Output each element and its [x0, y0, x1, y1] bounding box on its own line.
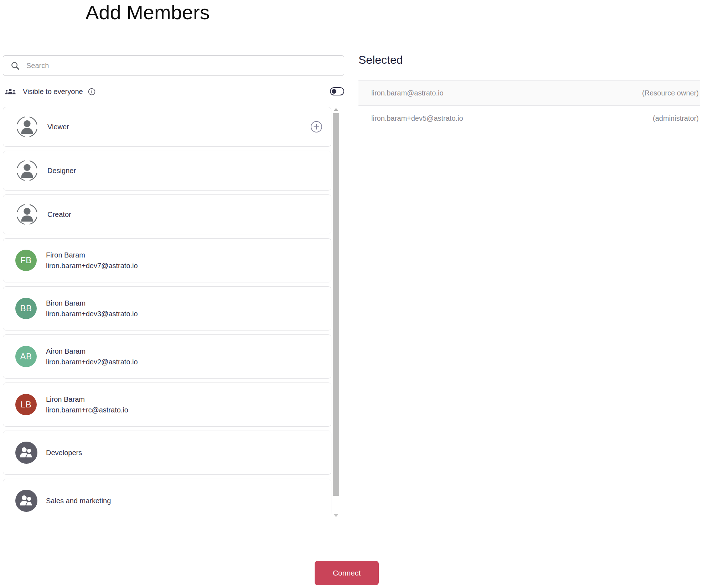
user-email: liron.baram+dev3@astrato.io	[46, 310, 138, 318]
add-members-dialog: Add Members Visible to everyone	[0, 0, 703, 588]
role-person-icon	[15, 159, 39, 182]
list-item-user[interactable]: FB Firon Baram liron.baram+dev7@astrato.…	[3, 238, 331, 282]
visibility-row: Visible to everyone	[5, 85, 344, 98]
avatar: LB	[15, 394, 37, 415]
avatar: AB	[15, 346, 37, 367]
visibility-label: Visible to everyone	[23, 88, 83, 96]
role-person-icon	[15, 115, 39, 139]
user-email: liron.baram+dev2@astrato.io	[46, 358, 138, 366]
user-email: liron.baram+dev7@astrato.io	[46, 262, 138, 270]
group-label: Sales and marketing	[46, 497, 111, 505]
avatar: BB	[15, 298, 37, 319]
role-label: Viewer	[47, 123, 69, 131]
connect-button[interactable]: Connect	[315, 561, 379, 585]
list-item-user[interactable]: AB Airon Baram liron.baram+dev2@astrato.…	[3, 334, 331, 379]
group-avatar-icon	[15, 442, 37, 464]
selected-row[interactable]: liron.baram@astrato.io (Resource owner)	[358, 80, 700, 105]
list-scrollbar[interactable]	[333, 107, 339, 518]
role-label: Creator	[47, 210, 71, 219]
list-item-role-viewer[interactable]: Viewer	[3, 107, 331, 147]
user-email: liron.baram+rc@astrato.io	[46, 406, 128, 414]
list-item-user[interactable]: BB Biron Baram liron.baram+dev3@astrato.…	[3, 286, 331, 331]
add-member-button[interactable]	[310, 121, 322, 133]
selected-list: liron.baram@astrato.io (Resource owner) …	[358, 80, 700, 131]
scroll-up-arrow[interactable]	[334, 108, 338, 111]
visibility-toggle[interactable]	[330, 87, 344, 95]
toggle-knob	[332, 89, 336, 94]
group-label: Developers	[46, 449, 82, 457]
search-box[interactable]	[3, 55, 344, 76]
scrollbar-thumb[interactable]	[333, 113, 339, 496]
role-person-icon	[15, 203, 39, 226]
scroll-down-arrow[interactable]	[334, 514, 338, 517]
list-item-group-sales[interactable]: Sales and marketing	[3, 479, 331, 514]
search-icon	[10, 61, 20, 71]
selected-heading: Selected	[358, 53, 403, 67]
info-icon[interactable]	[88, 88, 95, 95]
user-name: Firon Baram	[46, 251, 138, 259]
list-item-user[interactable]: LB Liron Baram liron.baram+rc@astrato.io	[3, 383, 331, 427]
list-item-role-creator[interactable]: Creator	[3, 194, 331, 234]
page-title: Add Members	[86, 1, 210, 24]
selected-role: (Resource owner)	[642, 89, 699, 97]
member-list: Viewer Designer	[3, 107, 331, 514]
selected-email: liron.baram+dev5@astrato.io	[371, 114, 463, 123]
list-item-role-designer[interactable]: Designer	[3, 151, 331, 191]
user-name: Airon Baram	[46, 347, 138, 355]
search-input[interactable]	[26, 62, 337, 70]
selected-row[interactable]: liron.baram+dev5@astrato.io (administrat…	[358, 105, 700, 131]
user-name: Liron Baram	[46, 395, 128, 404]
user-name: Biron Baram	[46, 299, 138, 307]
selected-role: (administrator)	[653, 114, 699, 123]
role-label: Designer	[47, 167, 76, 175]
selected-email: liron.baram@astrato.io	[371, 89, 444, 97]
group-avatar-icon	[15, 490, 37, 512]
list-item-group-developers[interactable]: Developers	[3, 431, 331, 475]
avatar: FB	[15, 250, 37, 271]
groups-icon	[5, 88, 16, 95]
